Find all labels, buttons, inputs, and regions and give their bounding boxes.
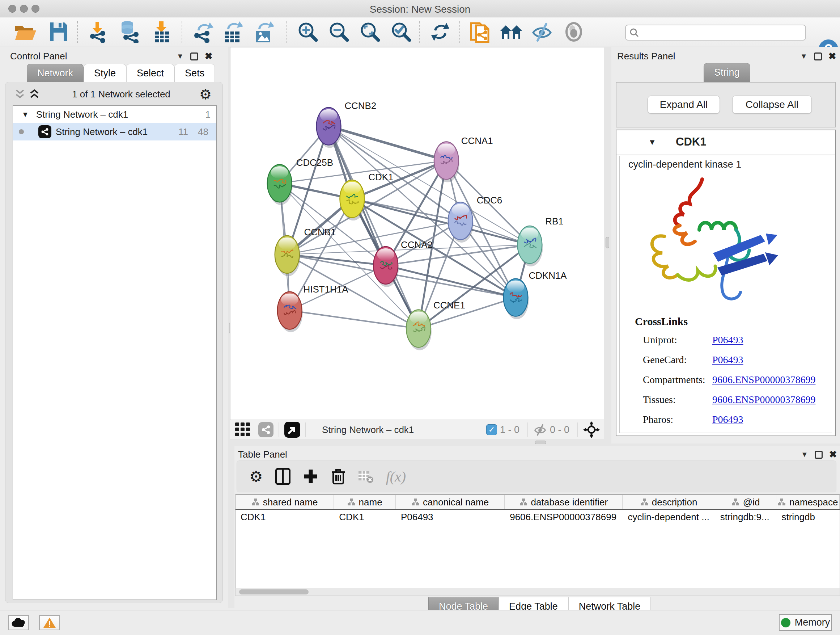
zoom-fit-icon[interactable] <box>360 22 381 42</box>
crosslink-tissues-link[interactable]: 9606.ENSP00000378699 <box>712 394 815 405</box>
tab-sets[interactable]: Sets <box>174 64 215 82</box>
hidden-eye-icon[interactable] <box>533 424 547 436</box>
selected-count: 1 - 0 <box>500 424 519 435</box>
memory-status-icon <box>781 618 790 627</box>
collection-expander-icon[interactable]: ▼ <box>22 111 29 119</box>
crosslink-pharos-link[interactable]: P06493 <box>712 414 744 425</box>
right-splitter[interactable] <box>604 47 611 443</box>
panel-menu-icon[interactable]: ▼ <box>177 52 184 60</box>
panel-menu-icon[interactable]: ▼ <box>801 450 808 459</box>
node-label-CCNA2: CCNA2 <box>401 240 433 250</box>
network-node-CCNB2[interactable]: CCNB2 <box>317 101 377 148</box>
toolbar-separator <box>419 21 420 43</box>
column-header-canonical-name[interactable]: canonical name <box>396 495 505 509</box>
panel-close-icon[interactable]: ✖ <box>829 449 837 460</box>
right-splitter-handle[interactable] <box>606 237 609 249</box>
gene-card-header[interactable]: ▼ CDK1 <box>616 130 835 155</box>
column-header-shared-name[interactable]: shared name <box>235 495 334 509</box>
share-document-icon[interactable] <box>469 22 491 42</box>
expand-all-icon[interactable] <box>28 89 41 100</box>
network-node-CCNA1[interactable]: CCNA1 <box>434 136 493 182</box>
zoom-out-icon[interactable] <box>328 22 349 42</box>
table-cell: stringdb <box>776 510 840 524</box>
hide-eye-icon[interactable] <box>531 22 553 42</box>
network-node-CCNE1[interactable]: CCNE1 <box>406 300 465 350</box>
panel-menu-icon[interactable]: ▼ <box>800 52 807 60</box>
column-header-name[interactable]: name <box>334 495 396 509</box>
panel-float-icon[interactable] <box>815 451 823 459</box>
warning-icon[interactable] <box>39 615 60 630</box>
tab-style[interactable]: Style <box>84 64 126 82</box>
table-row[interactable]: CDK1CDK1P064939606.ENSP00000378699cyclin… <box>235 510 840 524</box>
memory-button[interactable]: Memory <box>779 614 832 631</box>
zoom-in-icon[interactable] <box>297 22 318 42</box>
export-image-icon[interactable] <box>253 22 274 42</box>
tab-string[interactable]: String <box>704 63 750 82</box>
crosslink-compartments-link[interactable]: 9606.ENSP00000378699 <box>712 374 815 386</box>
node-label-CCNE1: CCNE1 <box>433 300 465 310</box>
add-icon[interactable] <box>303 468 319 485</box>
bottom-splitter-handle[interactable] <box>535 440 546 444</box>
network-node-CDC25B[interactable]: CDC25B <box>267 157 333 205</box>
network-node-CCNB1[interactable]: CCNB1 <box>275 227 336 276</box>
column-header-namespace[interactable]: namespace <box>776 495 840 509</box>
collapse-all-button[interactable]: Collapse All <box>732 96 812 114</box>
panel-float-icon[interactable] <box>190 52 198 60</box>
delete-icon[interactable] <box>331 468 346 485</box>
network-row[interactable]: String Network – cdk1 11 48 <box>13 123 216 141</box>
scrollbar-thumb[interactable] <box>239 589 309 594</box>
crosshair-icon[interactable] <box>583 421 600 438</box>
panel-close-icon[interactable]: ✖ <box>205 51 213 62</box>
open-in-window-icon[interactable] <box>284 422 300 438</box>
import-network-database-icon[interactable] <box>118 22 141 42</box>
cloud-icon[interactable] <box>8 615 29 630</box>
table-panel-title: Table Panel <box>238 449 287 460</box>
save-session-icon[interactable] <box>49 22 68 42</box>
tab-network[interactable]: Network <box>27 64 84 82</box>
export-table-icon[interactable] <box>222 22 243 42</box>
panel-close-icon[interactable]: ✖ <box>829 51 836 62</box>
column-header-description[interactable]: description <box>622 495 715 509</box>
hierarchy-icon <box>347 498 355 506</box>
selected-checkbox-icon[interactable]: ✓ <box>486 424 497 435</box>
zoom-selected-icon[interactable] <box>391 22 412 42</box>
crosslink-uniprot-link[interactable]: P06493 <box>712 334 744 346</box>
expand-all-button[interactable]: Expand All <box>647 96 720 114</box>
panel-float-icon[interactable] <box>814 52 822 60</box>
open-session-icon[interactable] <box>14 22 37 42</box>
status-bar: Memory <box>0 610 840 635</box>
network-node-RB1[interactable]: RB1 <box>517 216 563 266</box>
horizontal-scrollbar <box>235 588 840 596</box>
gear-icon[interactable]: ⚙ <box>249 468 263 486</box>
network-canvas[interactable]: CCNB2CCNA1CDC25BCDK1CDC6RB1CCNB1CCNA2CDK… <box>230 47 604 420</box>
export-network-icon[interactable] <box>193 22 213 42</box>
gene-expander-icon[interactable]: ▼ <box>648 138 656 147</box>
node-label-CDC6: CDC6 <box>477 195 502 205</box>
share-icon[interactable] <box>258 422 273 437</box>
network-edge[interactable] <box>290 310 418 329</box>
network-edge[interactable] <box>328 126 446 161</box>
toolbar-separator <box>305 423 306 437</box>
network-edge[interactable] <box>328 126 418 329</box>
table-panel: Table Panel ▼ ✖ ⚙ f(x) shared namenameca… <box>234 446 840 608</box>
home-pages-icon[interactable] <box>499 22 523 42</box>
search-input[interactable] <box>625 25 806 41</box>
node-label-HIST1H1A: HIST1H1A <box>303 284 349 295</box>
crosslink-genecard-link[interactable]: P06493 <box>712 354 744 366</box>
network-edge[interactable] <box>352 160 446 199</box>
gear-icon[interactable]: ⚙ <box>199 87 212 103</box>
show-eye-icon[interactable] <box>563 22 584 42</box>
import-table-icon[interactable] <box>152 22 172 42</box>
network-collection-row[interactable]: ▼ String Network – cdk1 1 <box>13 106 216 123</box>
column-header-database-identifier[interactable]: database identifier <box>505 495 622 509</box>
import-network-file-icon[interactable] <box>88 22 109 42</box>
tab-select[interactable]: Select <box>126 64 174 82</box>
refresh-icon[interactable] <box>430 22 451 42</box>
network-view-toolbar: String Network – cdk1 ✓ 1 - 0 0 - 0 <box>230 420 604 439</box>
node-label-CCNB1: CCNB1 <box>304 227 336 237</box>
birdseye-grid-icon[interactable] <box>235 423 251 437</box>
network-node-CDKN1A[interactable]: CDKN1A <box>504 271 567 319</box>
column-header-at-id[interactable]: @id <box>715 495 777 509</box>
collapse-all-icon[interactable] <box>14 89 27 100</box>
columns-icon[interactable] <box>275 468 291 485</box>
